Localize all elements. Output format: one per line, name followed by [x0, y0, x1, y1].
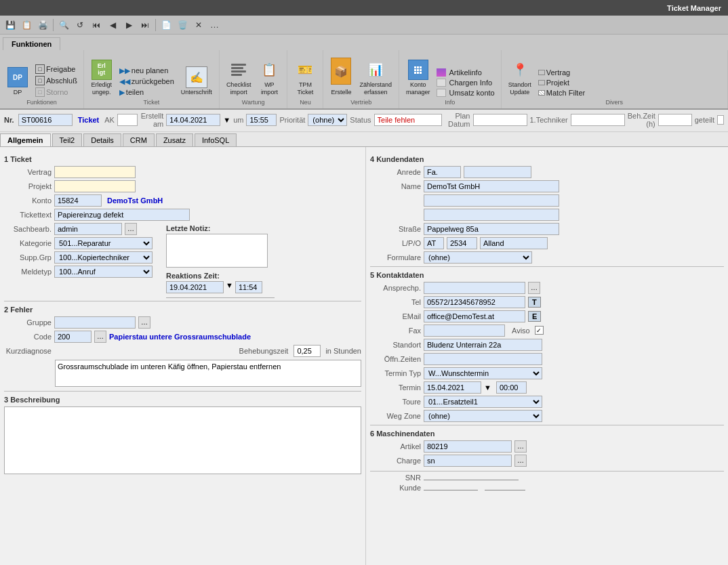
gruppe-dots-btn[interactable]: … [138, 316, 150, 329]
formulare-select[interactable]: (ohne) [424, 251, 532, 264]
ribbon-tab-funktionen[interactable]: Funktionen [3, 37, 60, 50]
status-input[interactable] [374, 114, 442, 126]
plz-input[interactable] [447, 237, 477, 249]
nr-input[interactable] [18, 114, 73, 126]
fax-input[interactable] [424, 325, 505, 337]
strasse-input[interactable] [424, 223, 559, 235]
aviso-checkbox[interactable]: ✓ [535, 326, 544, 335]
toolbar-last[interactable]: ⏭ [138, 18, 153, 33]
checklist-import-button[interactable]: Checklistimport [224, 58, 254, 98]
toolbar-new[interactable]: 📄 [159, 18, 174, 33]
dropdown-arrow-erstellt[interactable]: ▼ [223, 116, 230, 124]
charge-dots-btn[interactable]: … [514, 455, 527, 467]
tab-teil2[interactable]: Teil2 [52, 133, 83, 146]
termin-dropdown[interactable]: ▼ [484, 383, 491, 392]
sachbearb-dots-btn[interactable]: … [125, 223, 137, 235]
abschluss-btn[interactable]: □ Abschluß [33, 75, 79, 86]
erstellt-input[interactable] [166, 114, 220, 126]
reaktions-time-input[interactable] [235, 281, 262, 293]
toolbar-search[interactable]: 🔍 [56, 18, 71, 33]
code-input[interactable] [54, 331, 92, 343]
zuruck-btn[interactable]: ◀◀ zurückgeben [117, 77, 176, 87]
code-dots-btn[interactable]: … [94, 331, 106, 343]
ak-input[interactable] [117, 114, 138, 126]
konto-name-link[interactable]: DemoTst GmbH [107, 196, 163, 205]
toolbar-copy[interactable]: 📋 [19, 18, 34, 33]
sachbearb-input[interactable] [54, 223, 122, 235]
umsatz-konto-btn[interactable]: Umsatz konto [434, 88, 496, 98]
reaktions-date-input[interactable] [166, 281, 224, 293]
charge-input[interactable] [424, 455, 512, 467]
tel-input[interactable] [424, 296, 525, 308]
termin-date-input[interactable] [424, 381, 481, 394]
techniker-input[interactable] [571, 114, 625, 126]
artikel-input[interactable] [424, 440, 512, 453]
beschreibung-textarea[interactable] [4, 406, 361, 474]
weg-zone-select[interactable]: (ohne) [424, 410, 542, 422]
tab-details[interactable]: Details [83, 133, 121, 146]
tab-zusatz[interactable]: Zusatz [156, 133, 193, 146]
reaktions-dropdown[interactable]: ▼ [226, 281, 233, 293]
email-e-btn[interactable]: E [528, 311, 541, 322]
toolbar-delete[interactable]: 🗑️ [175, 18, 190, 33]
unterschrift-button[interactable]: ✍ Unterschrift [178, 65, 215, 98]
erledigt-button[interactable]: Erligt Erledigtungep. [88, 58, 115, 98]
gruppe-input[interactable] [54, 316, 136, 329]
teilen-btn[interactable]: ▶ teilen [117, 87, 176, 98]
dp-button[interactable]: DP DP [4, 65, 31, 98]
projekt-input[interactable] [54, 180, 136, 192]
toolbar-next[interactable]: ▶ [121, 18, 136, 33]
match-filter-btn[interactable]: Match Filter [536, 88, 587, 98]
konto-manager-button[interactable]: Kontomanager [403, 58, 433, 98]
ansprechp-input[interactable] [424, 282, 525, 294]
um-input[interactable] [246, 114, 277, 126]
zahlerstand-button[interactable]: 📊 Zählerstanderfassen [357, 58, 395, 98]
beh-zeit-input[interactable] [658, 114, 692, 126]
name2-input[interactable] [424, 194, 559, 207]
freigabe-btn[interactable]: □ Freigabe [33, 64, 79, 75]
geteilt-checkbox[interactable] [717, 115, 724, 125]
toolbar-print[interactable]: 🖨️ [35, 18, 50, 33]
tab-infosql[interactable]: InfoSQL [195, 133, 237, 146]
ort-input[interactable] [480, 237, 548, 249]
erstelle-button[interactable]: 📦 Erstelle [327, 53, 355, 98]
wp-import-button[interactable]: 📋 WPimport [256, 58, 283, 98]
meldetyp-select[interactable]: 100...Anruf [54, 266, 153, 278]
toolbar-first[interactable]: ⏮ [89, 18, 104, 33]
toolbar-refresh[interactable]: ↺ [73, 18, 87, 33]
vertrag-input[interactable] [54, 166, 136, 178]
email-input[interactable] [424, 310, 525, 322]
code-desc-link[interactable]: Papierstau untere Grossraumschublade [109, 333, 251, 341]
name-input[interactable] [424, 180, 559, 192]
toolbar-prev[interactable]: ◀ [105, 18, 120, 33]
offn-zeiten-input[interactable] [424, 353, 542, 365]
prioritat-select[interactable]: (ohne) [308, 114, 347, 126]
tab-allgemein[interactable]: Allgemein [0, 133, 51, 146]
tpm-ticket-button[interactable]: 🎫 TPMTicket [291, 58, 319, 98]
termin-typ-select[interactable]: W...Wunschtermin [424, 367, 542, 379]
supp-grp-select[interactable]: 100...Kopiertechniker [54, 251, 153, 264]
konto-input[interactable] [54, 194, 102, 207]
tab-crm[interactable]: CRM [123, 133, 155, 146]
tickettext-input[interactable] [54, 209, 190, 221]
behebungszeit-input[interactable] [294, 345, 321, 357]
chargen-info-btn[interactable]: Chargen Info [434, 78, 496, 87]
anrede-input[interactable] [424, 166, 461, 178]
toolbar-more[interactable]: … [210, 20, 219, 30]
name3-input[interactable] [424, 209, 559, 221]
plan-datum-input[interactable] [473, 114, 527, 126]
toolbar-save[interactable]: 💾 [3, 18, 18, 33]
neu-planen-btn[interactable]: ▶▶ neu planen [117, 66, 176, 76]
toure-select[interactable]: 01...Ersatzteil1 [424, 396, 542, 408]
storno-btn[interactable]: □ Storno [33, 87, 79, 98]
vertrag-btn[interactable]: Vertrag [536, 68, 587, 77]
kategorie-select[interactable]: 501...Reparatur [54, 237, 153, 249]
anrede2-input[interactable] [464, 166, 531, 178]
artikel-dots-btn[interactable]: … [514, 440, 527, 453]
projekt-btn[interactable]: Projekt [536, 78, 587, 87]
land-input[interactable] [424, 237, 444, 249]
termin-time-input[interactable] [496, 381, 527, 394]
toolbar-close[interactable]: ✕ [191, 18, 206, 33]
standort-update-button[interactable]: 📍 StandortUpdate [506, 58, 534, 98]
artikel-info-btn[interactable]: Artikelinfo [434, 68, 496, 77]
